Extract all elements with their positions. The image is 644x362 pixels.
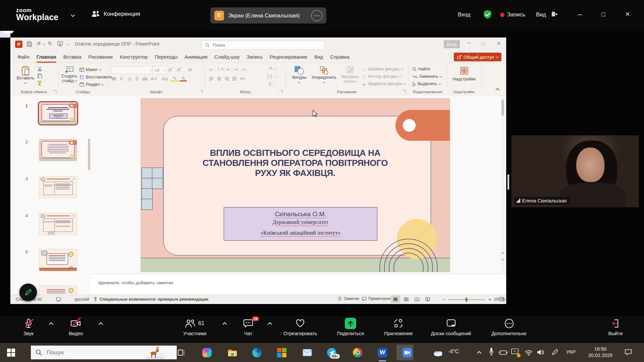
undo-chevron-icon[interactable] [43, 43, 45, 45]
collapse-ribbon-icon[interactable] [495, 88, 500, 92]
tab-insert[interactable]: Вставка [63, 51, 82, 63]
slide-title-text[interactable]: ВПЛИВ ОСВІТНЬОГО СЕРЕДОВИЩА НА СТАНОВЛЕН… [191, 148, 399, 178]
more-button[interactable]: Дополнительно [488, 318, 530, 336]
redo-icon[interactable]: ↻ [48, 41, 52, 47]
copy-icon[interactable] [37, 73, 42, 78]
numbering-button[interactable]: ⒈≡ [217, 66, 224, 72]
taskbar-clock[interactable]: 16:50 20.02.2025 [583, 346, 618, 359]
display-cast-icon[interactable] [511, 349, 519, 357]
ppt-search-box[interactable] [201, 41, 325, 50]
chrome-button[interactable] [350, 343, 365, 362]
weather-temperature[interactable]: -4°C [448, 349, 459, 355]
align-right-icon[interactable] [224, 77, 229, 81]
format-painter-icon[interactable] [37, 80, 42, 85]
participants-button[interactable]: 61 Участники [183, 318, 206, 336]
tab-draw[interactable]: Рисование [88, 51, 114, 63]
align-left-icon[interactable] [209, 77, 214, 81]
char-spacing-button[interactable]: АV [149, 76, 159, 81]
shape-effects-button[interactable]: ⬙Эффекты фигуры [363, 80, 406, 87]
undo-icon[interactable]: ↺ [37, 41, 41, 47]
notes-pane[interactable]: Щелкните, чтобы добавить заметки [91, 274, 506, 295]
display-settings-icon[interactable] [56, 297, 61, 302]
volume-icon[interactable] [537, 349, 545, 356]
start-slideshow-icon[interactable] [57, 41, 63, 47]
hidden-icons-chevron-icon[interactable] [477, 351, 481, 355]
shrink-font-button[interactable]: Аˇ [176, 67, 183, 72]
increase-indent-button[interactable]: ⇥ [234, 67, 238, 72]
clipboard-dialog-launcher[interactable] [53, 90, 56, 94]
columns-button[interactable]: ≡≡ [240, 76, 245, 81]
window-minimize-button[interactable]: – [578, 9, 582, 19]
taskbar-search-box[interactable] [31, 346, 177, 359]
shapes-button[interactable]: Фигуры [290, 66, 309, 83]
telegram-button[interactable]: 99+ [324, 343, 339, 362]
mail-button[interactable] [300, 343, 315, 362]
zoom-out-button[interactable]: − [442, 296, 445, 302]
normal-view-button[interactable] [391, 296, 400, 303]
word-button[interactable]: W [375, 343, 390, 362]
meeting-tab[interactable]: Конференция [91, 10, 140, 18]
microsoft-app-button[interactable] [274, 343, 289, 362]
signin-button[interactable]: Вход [458, 11, 470, 18]
editor-scrollbar-thumb[interactable] [501, 100, 504, 116]
leave-button[interactable]: Выйти [605, 318, 626, 336]
font-dialog-launcher[interactable] [199, 90, 203, 94]
video-panel-handle[interactable] [507, 174, 509, 190]
slide-thumbnail-4[interactable]: ✦✦ [39, 213, 77, 235]
bullets-button[interactable]: ≔ [209, 67, 213, 72]
qat-customize-chevron-icon[interactable] [66, 43, 69, 45]
decrease-indent-button[interactable]: ⇤ [227, 67, 231, 72]
addins-button[interactable]: Надстройки [451, 66, 477, 81]
tab-slideshow[interactable]: Слайд-шоу [214, 51, 240, 63]
share-screen-button[interactable]: Поделиться [334, 318, 367, 336]
fit-slide-icon[interactable] [499, 297, 504, 302]
task-view-button[interactable] [174, 343, 189, 362]
cut-icon[interactable] [37, 66, 42, 71]
bold-button[interactable]: Ж [110, 76, 117, 81]
quick-styles-button[interactable]: Экспресс- стили [340, 66, 361, 84]
tab-review[interactable]: Рецензирование [269, 51, 308, 63]
paragraph-dialog-launcher[interactable] [279, 90, 282, 94]
line-spacing-button[interactable]: ↕≡ [241, 67, 246, 72]
align-text-button[interactable]: [↕] ⌄ [267, 73, 277, 78]
shape-outline-button[interactable]: ▢Контур фигуры [363, 73, 406, 80]
tab-help[interactable]: Справка [329, 51, 350, 63]
accessibility-status[interactable]: Специальные возможности: проверьте реком… [100, 297, 208, 302]
start-button[interactable] [3, 343, 19, 362]
view-button[interactable]: Вид [536, 11, 546, 18]
more-options-icon[interactable]: ⋯ [311, 10, 322, 21]
zoom-slider-thumb[interactable] [466, 298, 467, 302]
text-direction-button[interactable]: ↕A ⌄ [267, 66, 277, 71]
drawing-dialog-launcher[interactable] [402, 90, 406, 94]
ppt-minimize-button[interactable]: – [467, 39, 471, 46]
wifi-icon[interactable] [525, 350, 533, 356]
reading-view-button[interactable] [413, 296, 421, 303]
font-name-combo[interactable] [111, 66, 155, 74]
tab-view[interactable]: Вид [314, 51, 324, 63]
shape-fill-button[interactable]: ◇Заливка фигуры [363, 65, 406, 73]
zoom-app-button[interactable] [399, 343, 415, 362]
tab-file[interactable]: Файл [17, 51, 30, 63]
grow-font-button[interactable]: Аˆ [167, 67, 174, 72]
window-close-button[interactable]: × [625, 9, 630, 19]
slideshow-view-button[interactable] [423, 296, 432, 303]
tab-animations[interactable]: Анимация [184, 51, 208, 63]
edge-button[interactable] [249, 343, 265, 362]
weather-icon[interactable] [431, 343, 445, 362]
paste-button[interactable]: Вставить [16, 66, 35, 83]
slide-thumbnail-6[interactable] [39, 286, 77, 295]
tab-transitions[interactable]: Переходы [154, 51, 178, 63]
replace-button[interactable]: ᵇac̲Заменить [412, 73, 442, 80]
apps-button[interactable]: Приложения [381, 318, 416, 336]
taskbar-search-input[interactable] [46, 349, 145, 356]
ppt-share-button[interactable]: Общий доступ [454, 53, 501, 61]
slide-thumbnail-3[interactable]: ✦✦ [39, 176, 77, 198]
zoom-in-button[interactable]: + [488, 296, 491, 302]
window-maximize-button[interactable]: □ [601, 11, 605, 18]
tray-microphone-icon[interactable] [489, 348, 494, 356]
font-color-button[interactable]: А [180, 76, 187, 81]
thumbnail-scrollbar[interactable] [88, 139, 90, 170]
change-case-button[interactable]: Аа [160, 76, 170, 81]
video-button[interactable]: Видео [69, 318, 83, 336]
underline-button[interactable]: Ч [126, 76, 133, 81]
